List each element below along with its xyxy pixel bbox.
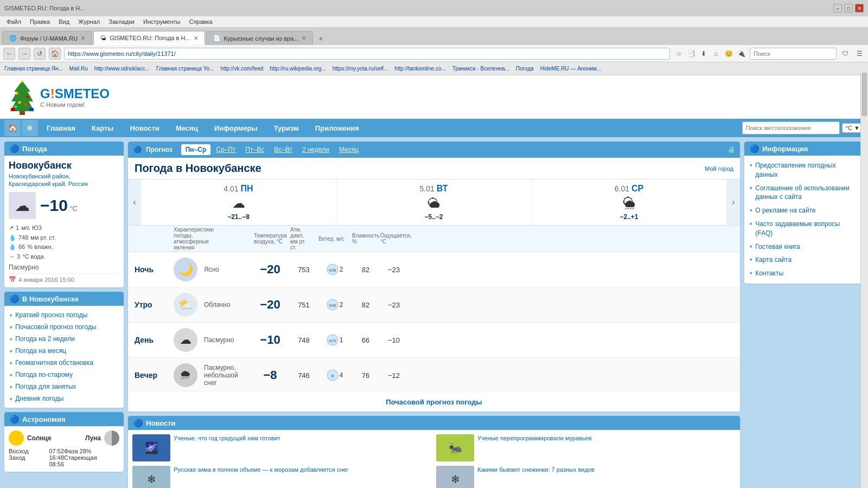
info-item-5[interactable]: Карта сайта	[744, 253, 864, 267]
hourly-link[interactable]: Почасовой прогноз погоды	[128, 393, 740, 412]
download-icon[interactable]: ⬇	[698, 48, 709, 59]
close-button[interactable]: ✕	[855, 4, 864, 12]
news-text-1[interactable]: Ученые перепрограммировали муравьев	[477, 434, 592, 461]
tab-forum[interactable]: 🌐 Форум / U-MAMA.RU ✕	[2, 31, 92, 45]
menu-brief[interactable]: Краткий прогноз погоды	[4, 309, 124, 321]
info-item-3[interactable]: Часто задаваемые вопросы (FAQ)	[744, 217, 864, 240]
house-icon[interactable]: ⌂	[711, 48, 722, 59]
window-controls[interactable]: – □ ✕	[833, 4, 864, 12]
nav-snowflake-icon[interactable]: ❄	[22, 120, 38, 136]
sun-set-detail: Заход 16:48	[9, 454, 64, 461]
next-day-nav[interactable]: ›	[727, 179, 740, 225]
tab-curious-close[interactable]: ✕	[302, 35, 306, 41]
forward-button[interactable]: →	[18, 48, 30, 60]
morning-cond: Облачно	[204, 301, 247, 309]
nav-search-input[interactable]	[742, 121, 840, 134]
menu-file[interactable]: Файл	[2, 17, 25, 26]
scrollbar-thumb[interactable]	[862, 73, 867, 116]
info-item-4[interactable]: Гостевая книга	[744, 240, 864, 254]
menu-edit[interactable]: Правка	[25, 17, 54, 26]
reload-button[interactable]: ↺	[34, 48, 46, 60]
tab-curious[interactable]: 📄 Курьезные случаи из вра... ✕	[206, 31, 314, 45]
bookmark-mailru[interactable]: Mail.Ru	[67, 65, 90, 72]
moon-phase: Фаза 28%	[64, 448, 92, 454]
menu-journal[interactable]: Журнал	[74, 17, 104, 26]
menu-bookmarks[interactable]: Закладки	[104, 17, 139, 26]
tab-fri-sun[interactable]: Пт–Вс	[241, 144, 269, 155]
menu-2weeks[interactable]: Погода на 2 недели	[4, 333, 124, 345]
info-item-1[interactable]: Соглашение об использовании данных с сай…	[744, 182, 864, 204]
menu-old[interactable]: Погода по-старому	[4, 369, 124, 381]
info-item-2[interactable]: О рекламе на сайте	[744, 204, 864, 217]
maximize-button[interactable]: □	[844, 4, 853, 12]
menu-tools[interactable]: Инструменты	[139, 17, 185, 26]
nav-news[interactable]: Новости	[122, 121, 167, 136]
menu-icon[interactable]: ☰	[854, 48, 865, 59]
nav-informers[interactable]: Информеры	[207, 121, 265, 136]
news-text-0[interactable]: Ученые: что год грядущий нам готовит	[174, 434, 280, 461]
prev-day-nav[interactable]: ‹	[128, 179, 141, 225]
menu-bar: Файл Правка Вид Журнал Закладки Инструме…	[0, 16, 868, 28]
bookmark-youtube[interactable]: Главная страница Yo...	[154, 65, 216, 72]
search-input[interactable]	[750, 48, 837, 60]
tab-mon-wed[interactable]: Пн–Ср	[181, 144, 211, 155]
bookmark-tanki[interactable]: http://tankionline.co...	[392, 65, 448, 72]
bookmark-ymama[interactable]: Главная страница Ян...	[2, 65, 65, 72]
svg-marker-7	[21, 80, 24, 82]
nav-month[interactable]: Месяц	[168, 121, 206, 136]
tab-gismeteo[interactable]: 🌤 GISMETEO.RU: Погода в Н... ✕	[93, 31, 205, 45]
plugin-icon[interactable]: 🔌	[736, 48, 746, 59]
bookmark-ok[interactable]: http://www.odnoklасс...	[92, 65, 152, 72]
star-icon[interactable]: ☆	[673, 48, 684, 59]
bookmark-icon[interactable]: 📑	[686, 48, 697, 59]
menu-month[interactable]: Погода на месяц	[4, 345, 124, 357]
tab-curious-icon: 📄	[213, 35, 221, 42]
bookmark-wiki[interactable]: http://ru.wikipedia.org...	[267, 65, 328, 72]
info-item-0[interactable]: Предоставление погодных данных	[744, 159, 864, 182]
news-grid: 🌌 Ученые: что год грядущий нам готовит 🐜…	[128, 430, 740, 488]
morning-feel: −23	[383, 301, 405, 309]
tab-month[interactable]: Месяц	[335, 144, 363, 155]
nav-tourism[interactable]: Туризм	[266, 121, 307, 136]
face-icon[interactable]: 😊	[723, 48, 734, 59]
logo-area[interactable]: G!SMETEO С Новым годом!	[9, 80, 110, 115]
header-wind: Ветер, м/с	[318, 236, 346, 242]
menu-hourly[interactable]: Почасовой прогноз погоды	[4, 321, 124, 333]
news-text-3[interactable]: Какими бывают снежинки: 7 разных видов	[477, 466, 595, 488]
bookmark-vk[interactable]: http://vk.com/feed	[218, 65, 265, 72]
nav-home-icon[interactable]: 🏠	[4, 120, 21, 136]
tab-forum-close[interactable]: ✕	[81, 35, 85, 41]
bookmark-trinix[interactable]: Триникси - Вселенна...	[450, 65, 512, 72]
menu-busy[interactable]: Погода для занятых	[4, 381, 124, 393]
menu-help[interactable]: Справка	[184, 17, 216, 26]
home-button[interactable]: 🏠	[49, 48, 61, 60]
tab-sun-tue[interactable]: Вс–Вт	[270, 144, 297, 155]
print-icon[interactable]: 🖨	[728, 146, 735, 153]
my-city-link[interactable]: Мой город	[705, 165, 733, 172]
news-text-2[interactable]: Русская зима в полном объеме — к морозам…	[174, 466, 349, 488]
tab-wed-fri[interactable]: Ср–Пт	[212, 144, 240, 155]
tab-2weeks[interactable]: 2 недели	[298, 144, 334, 155]
page-scrollbar[interactable]	[860, 70, 868, 488]
back-button[interactable]: ←	[3, 48, 15, 60]
nav-apps[interactable]: Приложения	[308, 121, 367, 136]
menu-diary[interactable]: Дневник погоды	[4, 393, 124, 404]
minimize-button[interactable]: –	[833, 4, 842, 12]
info-item-6[interactable]: Контакты	[744, 267, 864, 280]
bookmark-weather[interactable]: Погода	[514, 65, 536, 72]
bookmark-hideme[interactable]: HideME.RU — Аноним...	[538, 65, 603, 72]
new-tab-button[interactable]: +	[314, 32, 327, 45]
hourly-link-text[interactable]: Почасовой прогноз погоды	[386, 398, 482, 406]
menu-geo[interactable]: Геомагнитная обстановка	[4, 357, 124, 369]
region-link[interactable]: Новокубанский район,	[9, 173, 71, 179]
address-input[interactable]	[64, 48, 670, 60]
province-link[interactable]: Краснодарский край, Россия	[9, 181, 88, 187]
tab-gismeteo-close[interactable]: ✕	[194, 35, 198, 41]
sun-col: Солнце Восход 07:52 Заход 16:48	[9, 431, 64, 467]
nav-main[interactable]: Главная	[39, 121, 83, 136]
nav-maps[interactable]: Карты	[84, 121, 122, 136]
menu-view[interactable]: Вид	[54, 17, 74, 26]
bookmarks-bar: Главная страница Ян... Mail.Ru http://ww…	[0, 62, 868, 75]
bookmark-yota[interactable]: https://my.yota.ru/self...	[330, 65, 391, 72]
news-img-1: 🐜	[436, 434, 474, 461]
